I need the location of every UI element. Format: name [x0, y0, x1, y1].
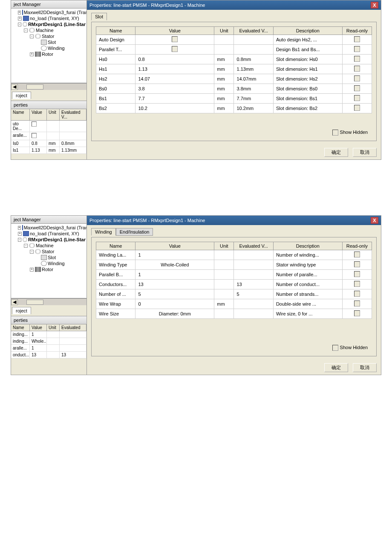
- cell-readonly[interactable]: [342, 260, 372, 270]
- project-tab[interactable]: roject: [12, 307, 31, 314]
- tree-scrollbar[interactable]: ◀: [11, 83, 86, 90]
- col-desc[interactable]: Description: [273, 242, 342, 250]
- cell-value[interactable]: 7.7: [135, 94, 214, 104]
- cell-value[interactable]: 1.13: [135, 64, 214, 74]
- table-row[interactable]: Hs11.13mm1.13mmSlot dimension: Hs1: [96, 64, 372, 74]
- tree-item[interactable]: Stator: [42, 34, 54, 39]
- expand-icon[interactable]: +: [30, 268, 34, 272]
- cell-value[interactable]: [135, 45, 214, 55]
- table-row[interactable]: Bs210.2mm10.2mmSlot dimension: Bs2: [96, 104, 372, 113]
- checkbox-icon[interactable]: [354, 56, 360, 62]
- mini-cell[interactable]: 13: [30, 352, 47, 358]
- col-readonly[interactable]: Read-only: [342, 242, 372, 250]
- cell-readonly[interactable]: [342, 64, 372, 74]
- cell-value[interactable]: 10.2: [135, 104, 214, 113]
- col-unit[interactable]: Unit: [214, 242, 234, 250]
- cell-value[interactable]: 1: [135, 250, 214, 260]
- cell-readonly[interactable]: [342, 45, 372, 55]
- table-row[interactable]: Number of ...55Number of strands...: [96, 289, 372, 299]
- checkbox-icon[interactable]: [354, 46, 360, 52]
- tab-slot[interactable]: Slot: [91, 13, 107, 20]
- mini-row[interactable]: uto De...: [11, 121, 86, 132]
- tree-item[interactable]: Machine: [36, 243, 54, 248]
- col-name[interactable]: Name: [96, 242, 135, 250]
- mini-row[interactable]: Is11.13mm1.13mm: [11, 147, 86, 154]
- checkbox-icon[interactable]: [354, 251, 360, 257]
- ok-button[interactable]: 确定: [324, 148, 348, 157]
- col-desc[interactable]: Description: [273, 27, 342, 35]
- cell-value[interactable]: 5: [135, 289, 214, 299]
- cell-readonly[interactable]: [342, 280, 372, 289]
- mini-cell[interactable]: [30, 121, 47, 132]
- mini-row[interactable]: inding...Whole...: [11, 338, 86, 345]
- cell-value[interactable]: 3.8: [135, 84, 214, 94]
- tab-winding[interactable]: Winding: [91, 228, 116, 236]
- collapse-icon[interactable]: -: [24, 244, 28, 248]
- cell-readonly[interactable]: [342, 309, 372, 319]
- cell-readonly[interactable]: [342, 270, 372, 280]
- collapse-icon[interactable]: -: [18, 238, 21, 242]
- tree-item[interactable]: Slot: [48, 255, 56, 260]
- mini-cell[interactable]: 1.13: [30, 147, 47, 153]
- checkbox-icon[interactable]: [354, 291, 360, 297]
- scroll-thumb[interactable]: [26, 84, 43, 90]
- scroll-left-icon[interactable]: ◀: [11, 299, 18, 305]
- mini-cell[interactable]: Whole...: [30, 338, 47, 344]
- tree-item[interactable]: Rotor: [42, 52, 53, 57]
- checkbox-icon[interactable]: [354, 95, 360, 101]
- collapse-icon[interactable]: -: [24, 29, 28, 32]
- table-row[interactable]: Hs00.8mm0.8mmSlot dimension: Hs0: [96, 55, 372, 64]
- mini-row[interactable]: Is00.8mm0.8mm: [11, 140, 86, 147]
- checkbox-icon[interactable]: [354, 310, 360, 316]
- expand-icon[interactable]: +: [18, 226, 21, 230]
- cell-readonly[interactable]: [342, 84, 372, 94]
- tree-item[interactable]: RMxprtDesign1 (Line-Star: [28, 237, 86, 242]
- tree-item[interactable]: Rotor: [42, 267, 53, 272]
- tree-item[interactable]: Stator: [42, 249, 54, 254]
- cancel-button[interactable]: 取消: [353, 363, 377, 372]
- mini-cell[interactable]: 0.8: [30, 140, 47, 147]
- table-row[interactable]: Conductors...1313Number of conduct...: [96, 280, 372, 289]
- table-row[interactable]: Winding La...1Number of winding...: [96, 250, 372, 260]
- checkbox-icon[interactable]: [354, 105, 360, 111]
- collapse-icon[interactable]: -: [30, 250, 34, 254]
- collapse-icon[interactable]: -: [30, 35, 34, 38]
- tree-item[interactable]: Maxwell2DDesign3_furai (Tran: [24, 225, 86, 230]
- tree-item[interactable]: Slot: [48, 40, 56, 45]
- col-name[interactable]: Name: [96, 27, 135, 35]
- tree-scrollbar[interactable]: ◀: [11, 298, 86, 305]
- expand-icon[interactable]: +: [30, 52, 34, 56]
- mini-cell[interactable]: 1: [30, 331, 47, 338]
- close-icon[interactable]: X: [371, 2, 378, 9]
- table-row[interactable]: Parallel B...1Number of paralle...: [96, 270, 372, 280]
- project-tree[interactable]: +Maxwell2DDesign3_furai (Tran +no_load (…: [11, 9, 86, 83]
- col-unit[interactable]: Unit: [214, 27, 234, 35]
- col-eval[interactable]: Evaluated V...: [234, 27, 273, 35]
- checkbox-icon[interactable]: [32, 133, 37, 138]
- expand-icon[interactable]: +: [18, 11, 21, 14]
- checkbox-icon[interactable]: [172, 46, 178, 52]
- cell-value[interactable]: Diameter: 0mm: [135, 309, 214, 319]
- tree-item[interactable]: Machine: [36, 28, 54, 33]
- cell-readonly[interactable]: [342, 289, 372, 299]
- show-hidden-checkbox[interactable]: Show Hidden: [332, 345, 368, 351]
- cell-readonly[interactable]: [342, 55, 372, 64]
- properties-table[interactable]: Name Value Unit Evaluated V... Descripti…: [96, 26, 372, 113]
- checkbox-icon[interactable]: [354, 281, 360, 287]
- checkbox-icon[interactable]: [354, 301, 360, 306]
- mini-cell[interactable]: [30, 132, 47, 140]
- tab-end-insulation[interactable]: End/Insulation: [116, 228, 153, 236]
- tree-item[interactable]: Winding: [48, 261, 65, 266]
- checkbox-icon[interactable]: [354, 261, 360, 267]
- ok-button[interactable]: 确定: [324, 363, 348, 372]
- cell-value[interactable]: 14.07: [135, 74, 214, 84]
- cell-value[interactable]: [135, 35, 214, 45]
- table-row[interactable]: Winding TypeWhole-CoiledStator winding t…: [96, 260, 372, 270]
- cell-readonly[interactable]: [342, 94, 372, 104]
- close-icon[interactable]: X: [371, 217, 378, 224]
- cell-value[interactable]: 1: [135, 270, 214, 280]
- expand-icon[interactable]: +: [18, 17, 22, 20]
- collapse-icon[interactable]: -: [18, 23, 21, 26]
- col-readonly[interactable]: Read-only: [342, 27, 372, 35]
- checkbox-icon[interactable]: [332, 130, 338, 136]
